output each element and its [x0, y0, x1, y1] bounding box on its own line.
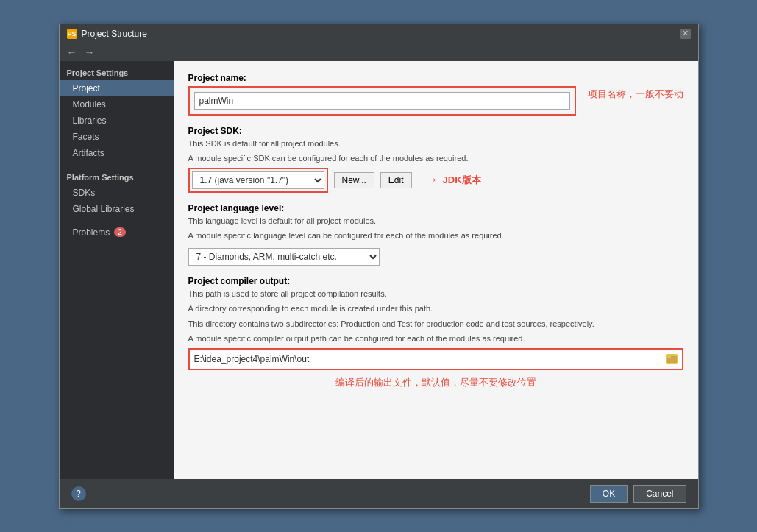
sdk-section: Project SDK: This SDK is default for all…: [188, 126, 683, 193]
project-name-input[interactable]: [194, 92, 570, 110]
language-label: Project language level:: [188, 203, 683, 213]
help-button[interactable]: ?: [71, 486, 86, 501]
sidebar-item-libraries[interactable]: Libraries: [60, 113, 174, 129]
compiler-section: Project compiler output: This path is us…: [188, 276, 683, 389]
folder-icon[interactable]: [666, 354, 678, 364]
language-desc2: A module specific language level can be …: [188, 230, 683, 242]
cancel-button[interactable]: Cancel: [633, 485, 686, 503]
nav-bar: ← →: [60, 43, 698, 61]
forward-button[interactable]: →: [85, 46, 95, 58]
project-name-row: Project name: 项目名称，一般不要动: [188, 73, 683, 116]
sdk-new-button[interactable]: New...: [334, 172, 374, 188]
sidebar-item-artifacts[interactable]: Artifacts: [60, 145, 174, 161]
project-name-highlighted: [188, 86, 576, 116]
output-annotation: 编译后的输出文件，默认值，尽量不要修改位置: [188, 376, 683, 389]
project-name-section: Project name: 项目名称，一般不要动: [188, 73, 683, 116]
sidebar-item-sdks[interactable]: SDKs: [60, 185, 174, 201]
jdk-annotation: → JDK版本: [425, 172, 481, 188]
svg-rect-1: [667, 355, 671, 358]
jdk-label: JDK版本: [443, 174, 481, 187]
compiler-output-value: E:\idea_project4\palmWin\out: [194, 354, 310, 364]
bottom-bar: ? OK Cancel: [60, 479, 698, 508]
project-structure-dialog: PS Project Structure ✕ ← → Project Setti…: [59, 24, 699, 509]
project-name-label: Project name:: [188, 73, 576, 83]
problems-label: Problems: [73, 227, 110, 238]
sidebar-item-modules[interactable]: Modules: [60, 96, 174, 113]
bottom-left: ?: [71, 485, 584, 503]
compiler-desc3: This directory contains two subdirectori…: [188, 318, 683, 330]
project-settings-label: Project Settings: [60, 61, 174, 80]
sdk-label: Project SDK:: [188, 126, 683, 136]
close-button[interactable]: ✕: [680, 29, 691, 39]
sidebar-problems[interactable]: Problems 2: [60, 224, 174, 241]
problems-badge: 2: [114, 227, 126, 237]
title-bar: PS Project Structure ✕: [60, 24, 698, 43]
compiler-desc2: A directory corresponding to each module…: [188, 302, 683, 315]
language-select[interactable]: 7 - Diamonds, ARM, multi-catch etc.8 - L…: [188, 248, 380, 266]
language-desc1: This language level is default for all p…: [188, 215, 683, 227]
sidebar: Project Settings Project Modules Librari…: [60, 61, 174, 479]
back-button[interactable]: ←: [67, 46, 77, 58]
jdk-arrow-icon: →: [425, 172, 438, 188]
content-area: Project Settings Project Modules Librari…: [60, 61, 698, 479]
ok-button[interactable]: OK: [590, 485, 628, 503]
main-content: Project name: 项目名称，一般不要动 Project SDK: Th…: [174, 61, 698, 479]
language-section: Project language level: This language le…: [188, 203, 683, 266]
compiler-label: Project compiler output:: [188, 276, 683, 286]
sdk-select[interactable]: 1.7 (java version "1.7"): [192, 171, 324, 189]
compiler-desc4: A module specific compiler output path c…: [188, 333, 683, 345]
sdk-dropdown-box: 1.7 (java version "1.7"): [188, 168, 328, 193]
sdk-desc1: This SDK is default for all project modu…: [188, 138, 683, 150]
app-icon: PS: [67, 29, 77, 39]
sdk-edit-button[interactable]: Edit: [380, 172, 412, 188]
compiler-output-box: E:\idea_project4\palmWin\out: [188, 348, 683, 370]
project-name-annotation: 项目名称，一般不要动: [588, 88, 683, 101]
sidebar-item-global-libraries[interactable]: Global Libraries: [60, 201, 174, 217]
sidebar-item-project[interactable]: Project: [60, 80, 174, 96]
sidebar-item-facets[interactable]: Facets: [60, 129, 174, 145]
sdk-desc2: A module specific SDK can be configured …: [188, 152, 683, 165]
title-bar-left: PS Project Structure: [67, 29, 147, 39]
platform-settings-label: Platform Settings: [60, 166, 174, 185]
project-name-container: Project name:: [188, 73, 576, 116]
dialog-title: Project Structure: [82, 29, 147, 39]
sdk-row: 1.7 (java version "1.7") New... Edit → J…: [188, 168, 683, 193]
compiler-desc1: This path is used to store all project c…: [188, 288, 683, 300]
